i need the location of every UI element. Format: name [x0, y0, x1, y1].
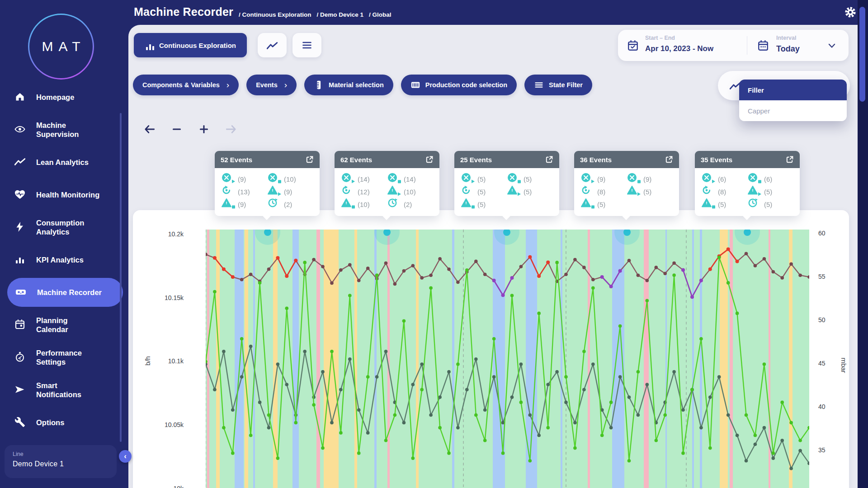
sidebar-item-label: KPI Analytics — [36, 255, 84, 264]
filter-events[interactable]: Events› — [246, 75, 297, 95]
event-count-row: (10) — [267, 173, 296, 185]
trend-icon — [14, 156, 27, 168]
sidebar-item-health-monitoring[interactable]: Health Monitoring — [0, 178, 128, 211]
date-range-card[interactable]: Start – End Apr 10, 2023 - Now Interval … — [618, 30, 849, 61]
clock-icon — [747, 197, 762, 211]
sidebar-item-label: Health Monitoring — [36, 190, 99, 199]
external-link-icon[interactable] — [545, 155, 553, 164]
event-count: (13) — [238, 188, 250, 196]
sidebar-item-consumption-analytics[interactable]: ConsumptionAnalytics — [0, 211, 128, 244]
event-badge-title: 36 Events — [580, 156, 612, 164]
left-axis-unit: b/h — [144, 356, 151, 366]
event-count-row: (5) — [627, 185, 651, 198]
event-count-row: (2) — [267, 198, 296, 211]
event-count-row: (6) — [747, 173, 772, 185]
event-count-row: (5) — [580, 198, 627, 211]
event-count-row: (9) — [267, 185, 296, 198]
sidebar-item-planning-calendar[interactable]: PlanningCalendar — [0, 309, 128, 341]
sidebar-item-performance-settings[interactable]: PerformanceSettings — [0, 341, 128, 374]
filter-state-filter[interactable]: State Filter — [524, 75, 592, 95]
warning-play-icon — [507, 184, 521, 199]
sidebar-item-machine-recorder[interactable]: Machine Recorder — [7, 278, 123, 307]
line-view-button[interactable] — [258, 33, 287, 57]
filter-label: State Filter — [549, 81, 583, 89]
mat-logo: MAT — [28, 14, 94, 80]
bar-chart-icon — [14, 254, 27, 266]
breadcrumb-item[interactable]: / Global — [369, 11, 392, 19]
dropdown-option-filler[interactable]: Filler — [739, 80, 847, 100]
zoom-in-button[interactable] — [196, 122, 212, 137]
topbar: Machine Recorder / Continuous Exploratio… — [128, 0, 858, 25]
sidebar-item-smart-notifications[interactable]: SmartNotifications — [0, 374, 128, 406]
sidebar-item-label: ConsumptionAnalytics — [36, 218, 84, 236]
divider — [747, 36, 747, 55]
external-link-icon[interactable] — [425, 155, 434, 164]
chevron-left-icon: ‹ — [124, 452, 127, 461]
sidebar-item-lean-analytics[interactable]: Lean Analytics — [0, 146, 128, 178]
breadcrumb-item[interactable]: / Demo Device 1 — [316, 11, 363, 19]
sidebar-collapse-button[interactable]: ‹ — [119, 450, 132, 463]
event-count-row: (9) — [221, 173, 267, 185]
filter-components-variables[interactable]: Components & Variables› — [133, 75, 239, 95]
machine-dropdown: FillerCapper — [739, 80, 847, 121]
event-count: (5) — [477, 175, 486, 183]
mat-logo-text: MAT — [29, 15, 93, 78]
filter-label: Production code selection — [425, 81, 507, 89]
sidebar-scrollbar[interactable] — [120, 113, 122, 442]
external-link-icon[interactable] — [305, 155, 314, 164]
event-count: (10) — [358, 201, 370, 208]
event-count-row: (5) — [461, 185, 507, 198]
chart-plot[interactable] — [206, 230, 809, 488]
filter-production-code-selection[interactable]: Production code selection — [401, 75, 517, 95]
event-count: (5) — [597, 201, 605, 208]
left-axis-tick: 10.15k — [152, 294, 184, 301]
lines-icon — [534, 80, 544, 90]
material-icon — [314, 80, 324, 90]
event-badge: 36 Events (9) (8) (5) (9) (5) — [574, 151, 679, 216]
event-count: (5) — [524, 188, 532, 196]
event-count-row: (5) — [461, 173, 507, 185]
left-axis-tick: 10.1k — [152, 357, 184, 365]
right-axis-unit: mbar — [840, 357, 848, 373]
chevron-down-icon[interactable] — [827, 41, 837, 51]
filter-material-selection[interactable]: Material selection — [304, 75, 393, 95]
page-scrollbar-track[interactable] — [858, 0, 868, 488]
warning-play-icon — [627, 184, 641, 199]
forward-arrow-button[interactable] — [223, 122, 239, 137]
sidebar-item-label: PlanningCalendar — [36, 316, 68, 334]
page-scrollbar-thumb[interactable] — [859, 7, 865, 102]
sidebar-nav: Homepage MachineSupervision Lean Analyti… — [0, 81, 128, 439]
heart-pulse-icon — [14, 189, 27, 201]
dropdown-option-capper[interactable]: Capper — [739, 100, 847, 121]
right-axis-tick: 35 — [818, 446, 841, 454]
warning-square-icon — [461, 197, 475, 211]
warning-square-icon — [701, 197, 716, 211]
event-badge-header: 36 Events — [574, 151, 679, 168]
calendar-interval-icon — [757, 40, 769, 52]
hamburger-icon — [302, 40, 312, 51]
event-count-row: (10) — [341, 198, 387, 211]
list-view-button[interactable] — [292, 33, 321, 57]
back-arrow-button[interactable] — [142, 122, 157, 137]
gear-icon[interactable] — [844, 6, 856, 18]
zoom-out-button[interactable] — [169, 122, 184, 137]
sidebar-item-label: Options — [36, 418, 64, 427]
external-link-icon[interactable] — [665, 155, 673, 164]
sidebar-item-homepage[interactable]: Homepage — [0, 81, 128, 113]
event-count: (5) — [477, 188, 486, 196]
breadcrumb-item[interactable]: / Continuous Exploration — [239, 11, 311, 19]
right-axis-tick: 60 — [818, 230, 841, 237]
event-count-row: (9) — [221, 198, 267, 211]
tab-continuous-exploration[interactable]: Continuous Exploration — [134, 33, 247, 57]
stopwatch-icon — [14, 352, 27, 363]
left-axis-tick: 10k — [152, 485, 184, 488]
sidebar-item-kpi-analytics[interactable]: KPI Analytics — [0, 244, 128, 276]
event-badge: 62 Events (14) (12) (10) (14) (10) (2) — [335, 151, 439, 216]
interval-value: Today — [776, 44, 800, 54]
right-axis-tick: 55 — [818, 273, 841, 280]
sidebar-item-machine-supervision[interactable]: MachineSupervision — [0, 113, 128, 146]
event-count-row: (5) — [507, 185, 532, 198]
external-link-icon[interactable] — [785, 155, 794, 164]
sidebar-item-options[interactable]: Options — [0, 406, 128, 439]
date-range-value: Apr 10, 2023 - Now — [645, 44, 713, 53]
